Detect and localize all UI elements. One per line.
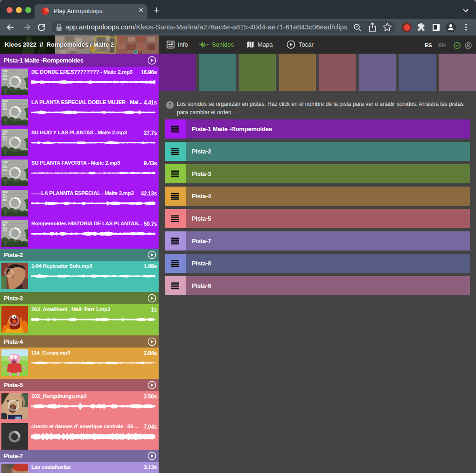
svg-text:PE: PE (3, 164, 6, 166)
svg-text:ROM: ROM (3, 222, 8, 224)
svg-text:MOL: MOL (3, 196, 7, 199)
svg-text:MOL: MOL (3, 136, 7, 138)
svg-text:ROM: ROM (3, 70, 8, 72)
svg-text:MOL: MOL (3, 105, 7, 108)
svg-text:DES: DES (3, 139, 7, 141)
svg-text:ROM: ROM (3, 191, 8, 194)
svg-text:DES: DES (3, 169, 7, 171)
svg-text:ROM: ROM (3, 131, 8, 133)
svg-text:ROM: ROM (3, 161, 8, 163)
svg-text:MOL: MOL (3, 166, 7, 168)
svg-text:ROM: ROM (3, 100, 8, 103)
svg-text:PE: PE (3, 103, 6, 105)
svg-text:DES: DES (3, 230, 7, 232)
svg-text:DES: DES (3, 78, 7, 80)
svg-text:MOL: MOL (3, 227, 7, 229)
svg-text:PE: PE (3, 73, 6, 75)
svg-text:PE: PE (3, 133, 6, 136)
svg-text:PE: PE (3, 194, 6, 196)
svg-text:DES: DES (3, 108, 7, 111)
svg-text:DES: DES (3, 199, 7, 202)
svg-text:MOL: MOL (3, 75, 7, 77)
svg-text:PE: PE (3, 224, 6, 227)
